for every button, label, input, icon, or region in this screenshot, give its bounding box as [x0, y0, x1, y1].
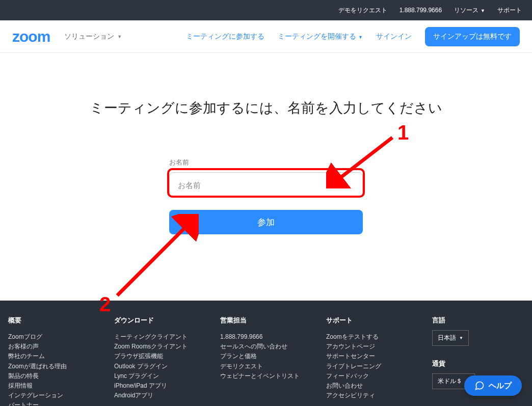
- utility-topbar: デモをリクエスト 1.888.799.9666 リソース▼ サポート: [0, 0, 532, 20]
- join-button[interactable]: 参加: [169, 210, 363, 234]
- footer-link[interactable]: Zoomブログ: [8, 332, 109, 342]
- footer-link[interactable]: Zoomをテストする: [326, 332, 427, 342]
- footer-link[interactable]: インテグレーション: [8, 391, 109, 400]
- footer-col-title: ダウンロード: [114, 316, 215, 325]
- footer-link[interactable]: Lync プラグイン: [114, 371, 215, 381]
- annotation-number-2: 2: [99, 293, 111, 316]
- footer-link[interactable]: お問い合わせ: [326, 381, 427, 391]
- name-input[interactable]: [169, 172, 363, 198]
- chat-icon: [474, 381, 485, 391]
- currency-heading: 通貨: [432, 359, 524, 368]
- footer-col-support: サポートZoomをテストするアカウントページサポートセンターライブトレーニングフ…: [326, 316, 427, 406]
- page-heading: ミーティングに参加するには、名前を入力してください: [0, 99, 532, 117]
- zoom-logo[interactable]: zoom: [12, 28, 50, 45]
- footer-col-title: 概要: [8, 316, 109, 325]
- footer-col-sales: 営業担当1.888.799.9666セールスへの問い合わせプランと価格デモリクエ…: [220, 316, 321, 406]
- footer-link[interactable]: ミーティングクライアント: [114, 332, 215, 342]
- footer-link[interactable]: Androidアプリ: [114, 391, 215, 400]
- caret-down-icon: ▼: [358, 35, 363, 40]
- footer-link[interactable]: サポートセンター: [326, 351, 427, 361]
- page-footer: 概要Zoomブログお客様の声弊社のチームZoomが選ばれる理由製品の特長採用情報…: [0, 301, 532, 406]
- footer-link[interactable]: パートナー: [8, 400, 109, 406]
- footer-link[interactable]: プランと価格: [220, 351, 321, 361]
- footer-link[interactable]: ウェビナーとイベントリスト: [220, 371, 321, 381]
- help-button[interactable]: ヘルプ: [464, 375, 522, 396]
- main-content: ミーティングに参加するには、名前を入力してください お名前 参加: [0, 53, 532, 301]
- host-meeting-dropdown[interactable]: ミーティングを開催する ▼: [278, 32, 363, 41]
- signin-link[interactable]: サインイン: [376, 32, 412, 41]
- caret-down-icon: ▼: [481, 8, 485, 13]
- footer-link[interactable]: 1.888.799.9666: [220, 332, 321, 342]
- footer-col-overview: 概要Zoomブログお客様の声弊社のチームZoomが選ばれる理由製品の特長採用情報…: [8, 316, 109, 406]
- demo-link[interactable]: デモをリクエスト: [338, 6, 387, 15]
- footer-link[interactable]: アクセシビリティ: [326, 391, 427, 400]
- footer-link[interactable]: フィードバック: [326, 371, 427, 381]
- footer-link[interactable]: 製品の特長: [8, 371, 109, 381]
- signup-button[interactable]: サインアップは無料です: [425, 27, 520, 46]
- footer-col-download: ダウンロードミーティングクライアントZoom Roomsクライアントブラウザ拡張…: [114, 316, 215, 406]
- footer-link[interactable]: お客様の声: [8, 342, 109, 351]
- footer-link[interactable]: 採用情報: [8, 381, 109, 391]
- annotation-number-1: 1: [397, 121, 409, 144]
- language-select[interactable]: 日本語▼: [432, 330, 469, 346]
- caret-down-icon: ▼: [459, 336, 463, 340]
- resources-dropdown[interactable]: リソース▼: [454, 6, 485, 15]
- footer-link[interactable]: iPhone/iPad アプリ: [114, 381, 215, 391]
- footer-link[interactable]: セールスへの問い合わせ: [220, 342, 321, 351]
- join-meeting-link[interactable]: ミーティングに参加する: [186, 32, 264, 41]
- footer-col-title: サポート: [326, 316, 427, 325]
- footer-link[interactable]: ブラウザ拡張機能: [114, 351, 215, 361]
- phone-link[interactable]: 1.888.799.9666: [400, 7, 442, 14]
- support-link[interactable]: サポート: [497, 6, 522, 15]
- join-form: お名前 参加: [169, 158, 363, 234]
- main-navbar: zoom ソリューション▼ ミーティングに参加する ミーティングを開催する ▼ …: [0, 20, 532, 53]
- footer-link[interactable]: Zoom Roomsクライアント: [114, 342, 215, 351]
- language-heading: 言語: [432, 316, 524, 325]
- footer-link[interactable]: 弊社のチーム: [8, 351, 109, 361]
- caret-down-icon: ▼: [117, 34, 122, 39]
- footer-link[interactable]: ライブトレーニング: [326, 362, 427, 371]
- footer-link[interactable]: Outlook プラグイン: [114, 362, 215, 371]
- footer-link[interactable]: デモリクエスト: [220, 362, 321, 371]
- name-label: お名前: [169, 158, 363, 167]
- footer-link[interactable]: Zoomが選ばれる理由: [8, 362, 109, 371]
- footer-link[interactable]: アカウントページ: [326, 342, 427, 351]
- solutions-dropdown[interactable]: ソリューション▼: [64, 32, 122, 41]
- footer-col-title: 営業担当: [220, 316, 321, 325]
